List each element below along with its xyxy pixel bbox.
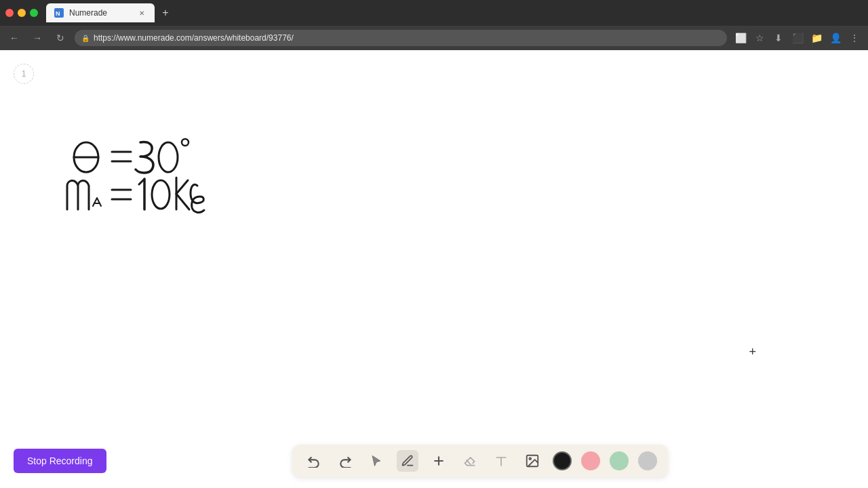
stop-recording-button[interactable]: Stop Recording [14, 449, 106, 473]
forward-button[interactable]: → [28, 29, 46, 47]
color-black[interactable] [553, 451, 572, 470]
math-equations [51, 131, 241, 229]
tab-title: Numerade [69, 8, 107, 18]
eraser-tool-button[interactable] [459, 450, 481, 472]
title-bar: N Numerade ✕ + [0, 0, 868, 26]
refresh-button[interactable]: ↻ [52, 29, 69, 47]
page-number-indicator: 1 [14, 64, 34, 84]
nav-bar: ← → ↻ 🔒 https://www.numerade.com/answers… [0, 26, 868, 50]
profiles-icon[interactable]: ⬛ [789, 30, 806, 46]
browser-window: N Numerade ✕ + ← → ↻ 🔒 https://www.numer… [0, 0, 868, 488]
maximize-window-button[interactable] [30, 9, 38, 17]
tab-close-button[interactable]: ✕ [137, 8, 146, 18]
select-tool-button[interactable] [366, 450, 387, 472]
equation-svg [51, 131, 241, 226]
svg-point-19 [530, 458, 532, 460]
new-tab-button[interactable]: + [157, 5, 174, 21]
lock-icon: 🔒 [81, 35, 90, 42]
page-number: 1 [22, 69, 26, 79]
svg-point-7 [182, 139, 189, 146]
drawing-toolbar [292, 445, 668, 477]
tab-favicon-icon: N [54, 8, 64, 18]
active-tab[interactable]: N Numerade ✕ [46, 3, 155, 22]
svg-point-6 [159, 142, 178, 172]
back-button[interactable]: ← [5, 29, 23, 47]
crosshair-cursor: + [749, 345, 756, 359]
screen-record-icon[interactable]: ⬜ [732, 30, 749, 46]
redo-button[interactable] [334, 450, 356, 472]
color-green[interactable] [610, 451, 629, 470]
minimize-window-button[interactable] [18, 9, 26, 17]
text-tool-button[interactable] [490, 450, 512, 472]
add-element-button[interactable] [428, 450, 450, 472]
bookmark-icon[interactable]: ☆ [751, 30, 768, 46]
bottom-area: Stop Recording [0, 434, 868, 488]
user-profile-icon[interactable]: 👤 [827, 30, 844, 46]
tab-bar: N Numerade ✕ + [46, 3, 863, 22]
extensions-icon[interactable]: ⬇ [770, 30, 787, 46]
whiteboard-canvas[interactable]: 1 [0, 50, 868, 488]
svg-text:N: N [56, 10, 60, 17]
image-tool-button[interactable] [521, 450, 543, 472]
color-pink[interactable] [581, 451, 600, 470]
color-gray[interactable] [638, 451, 657, 470]
close-window-button[interactable] [5, 9, 14, 17]
svg-point-12 [152, 180, 170, 209]
nav-actions: ⬜ ☆ ⬇ ⬛ 📁 👤 ⋮ [732, 30, 863, 46]
url-text: https://www.numerade.com/answers/whitebo… [94, 33, 294, 43]
traffic-lights [5, 9, 38, 17]
address-bar[interactable]: 🔒 https://www.numerade.com/answers/white… [75, 30, 727, 46]
menu-icon[interactable]: ⋮ [846, 30, 863, 46]
bookmarks-folder-icon[interactable]: 📁 [808, 30, 825, 46]
undo-button[interactable] [303, 450, 325, 472]
pen-tool-button[interactable] [397, 450, 418, 472]
